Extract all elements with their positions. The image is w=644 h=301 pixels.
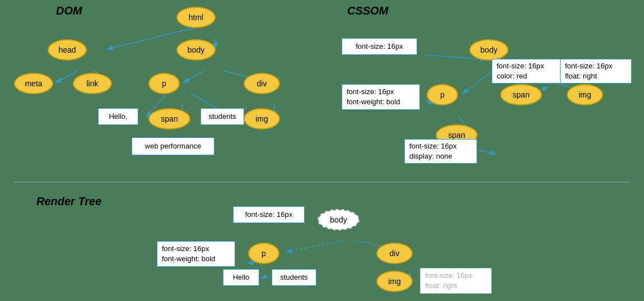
render-img-style-box: font-size: 16px float: right: [420, 268, 492, 294]
render-hello-box: Hello: [223, 269, 259, 286]
dom-p-node: p: [148, 73, 180, 94]
dom-span-node: span: [148, 108, 190, 129]
cssom-body-fontsize-box: font-size: 16px: [342, 38, 417, 55]
dom-hello-box: Hello,: [98, 108, 138, 125]
cssom-img-style-box: font-size: 16px float: right: [560, 59, 632, 84]
render-img-node: img: [376, 271, 413, 292]
cssom-span2-style-box: font-size: 16px display: none: [404, 139, 477, 164]
dom-students-box: students: [200, 108, 244, 125]
dom-webperf-box: web performance: [132, 137, 214, 155]
svg-line-14: [462, 71, 493, 94]
cssom-span-node: span: [500, 84, 542, 105]
render-students-box: students: [272, 269, 316, 286]
dom-body-node: body: [176, 39, 216, 61]
render-label: Render Tree: [36, 195, 101, 208]
dom-img-node: img: [244, 108, 280, 129]
dom-head-node: head: [48, 39, 87, 61]
dom-label: DOM: [56, 4, 82, 17]
cssom-body-node: body: [469, 39, 508, 61]
cssom-p-node: p: [427, 84, 458, 105]
dom-link-node: link: [73, 73, 112, 94]
dom-meta-node: meta: [14, 73, 53, 94]
dom-div-node: div: [244, 73, 280, 94]
cssom-label: CSSOM: [347, 4, 388, 17]
cssom-span-style-box: font-size: 16px color: red: [492, 59, 563, 84]
render-div-node: div: [376, 243, 413, 264]
cssom-p-style-box: font-size: 16px font-weight: bold: [342, 84, 420, 110]
cssom-img-node: img: [567, 84, 603, 105]
svg-line-6: [183, 71, 204, 83]
dom-html-node: html: [176, 7, 216, 28]
svg-line-24: [286, 240, 346, 252]
render-body-node: body: [318, 209, 360, 230]
render-body-fontsize-box: font-size: 16px: [233, 206, 305, 223]
render-p-node: p: [248, 243, 279, 264]
render-p-style-box: font-size: 16px font-weight: bold: [157, 241, 235, 267]
